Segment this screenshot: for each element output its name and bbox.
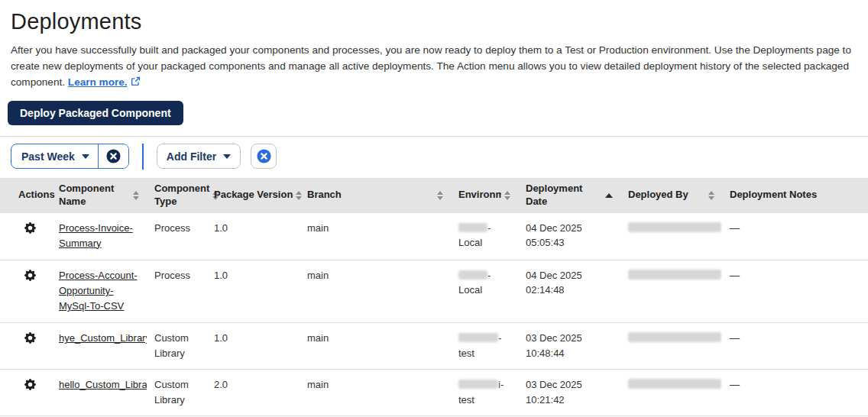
environment-suffix: i-: [498, 379, 504, 390]
table-row: Process-Account-Opportunity-MySql-To-CSV…: [0, 260, 868, 322]
table-header: Actions Component Name Component Type Pa…: [0, 178, 868, 213]
component-type-cell: Custom Library: [147, 323, 206, 370]
chevron-down-icon: [223, 154, 231, 159]
gear-icon: [24, 222, 36, 234]
redacted-environment-name: [458, 333, 498, 342]
sort-icon[interactable]: [504, 191, 510, 200]
deployed-by-cell: [620, 323, 722, 370]
package-version-cell: 1.0: [206, 323, 300, 370]
column-label: Environment: [458, 189, 501, 201]
sort-icon[interactable]: [296, 191, 302, 200]
environment-cell: -Local: [451, 213, 518, 260]
clear-date-filter-button[interactable]: [98, 144, 128, 168]
table-row: Process-Invoice-Summary Process 1.0 main…: [0, 213, 868, 260]
actions-gear-button[interactable]: [24, 222, 36, 234]
environment-suffix: -: [498, 332, 501, 344]
page-title: Deployments: [11, 9, 857, 34]
actions-gear-button[interactable]: [24, 332, 36, 344]
deployment-notes-cell: —: [722, 213, 868, 260]
chevron-down-icon: [82, 154, 89, 159]
column-label: Component Name: [59, 183, 130, 208]
circle-x-icon: [105, 148, 121, 164]
redacted-deployed-by: [628, 332, 721, 342]
column-label: Branch: [307, 189, 342, 201]
environment-line2: test: [458, 346, 510, 361]
deployment-notes-cell: —: [722, 370, 868, 416]
deployment-notes-cell: —: [722, 260, 868, 322]
deploy-packaged-component-button[interactable]: Deploy Packaged Component: [8, 101, 183, 125]
branch-cell: main: [300, 213, 451, 260]
sort-icon[interactable]: [133, 191, 139, 200]
column-label: Package Version: [214, 189, 293, 201]
component-type-cell: Custom Library: [147, 370, 206, 416]
deployment-date-cell: 04 Dec 2025 05:05:43: [518, 213, 620, 260]
actions-gear-button[interactable]: [24, 270, 36, 281]
page-description: After you have successfully built and pa…: [11, 42, 857, 92]
component-name-link[interactable]: hye_Custom_Library: [59, 331, 139, 346]
table-row: hye_Custom_Library Custom Library 1.0 ma…: [0, 323, 868, 370]
filter-divider: [142, 144, 144, 170]
column-header-component-type[interactable]: Component Type: [147, 178, 206, 213]
add-filter-dropdown[interactable]: Add Filter: [157, 144, 241, 169]
column-header-deployment-date[interactable]: Deployment Date: [518, 178, 620, 213]
gear-icon: [24, 270, 36, 281]
redacted-deployed-by: [628, 379, 721, 389]
environment-cell: -test: [451, 323, 518, 370]
redacted-deployed-by: [628, 270, 721, 280]
deployed-by-cell: [620, 213, 722, 260]
gear-icon: [24, 332, 36, 344]
column-label: Component Type: [154, 183, 209, 208]
column-header-package-version[interactable]: Package Version: [206, 178, 300, 213]
date-filter-dropdown[interactable]: Past Week: [11, 144, 98, 168]
column-header-deployment-notes: Deployment Notes: [722, 178, 868, 213]
gear-icon: [24, 379, 36, 390]
filter-bar: Past Week Add Filter: [0, 137, 868, 177]
page-content: Deployments After you have successfully …: [0, 0, 868, 125]
external-link-icon: [131, 75, 141, 91]
redacted-deployed-by: [628, 222, 721, 232]
component-type-cell: Process: [147, 260, 206, 322]
package-version-cell: 1.0: [206, 213, 300, 260]
column-label: Deployment Notes: [730, 189, 817, 201]
column-label: Deployed By: [628, 189, 688, 201]
circle-x-icon: [256, 148, 272, 164]
component-name-link[interactable]: Process-Invoice-Summary: [59, 221, 139, 251]
package-version-cell: 1.0: [206, 260, 300, 322]
column-header-actions: Actions: [0, 178, 51, 213]
add-filter-label: Add Filter: [167, 150, 216, 163]
deployments-table: Actions Component Name Component Type Pa…: [0, 178, 868, 417]
table-row: hello_Custom_Library Custom Library 2.0 …: [0, 370, 868, 416]
package-version-cell: 2.0: [206, 370, 300, 416]
environment-line2: test: [458, 393, 510, 408]
sort-icon[interactable]: [437, 191, 443, 200]
clear-all-filters-button[interactable]: [251, 144, 277, 169]
deployment-date-cell: 04 Dec 2025 02:14:48: [518, 260, 620, 322]
branch-cell: main: [300, 370, 451, 416]
deployment-date-cell: 03 Dec 2025 10:21:42: [518, 370, 620, 416]
component-name-link[interactable]: Process-Account-Opportunity-MySql-To-CSV: [59, 268, 139, 314]
deployment-date-cell: 03 Dec 2025 10:48:44: [518, 323, 620, 370]
environment-cell: -Local: [451, 260, 518, 322]
date-filter-label: Past Week: [21, 150, 75, 163]
date-filter-group: Past Week: [11, 144, 129, 169]
column-label: Deployment Date: [526, 183, 602, 208]
column-header-deployed-by[interactable]: Deployed By: [620, 178, 722, 213]
column-label: Actions: [18, 189, 55, 201]
column-header-environment[interactable]: Environment: [451, 178, 518, 213]
deployed-by-cell: [620, 260, 722, 322]
learn-more-link[interactable]: Learn more.: [68, 76, 128, 88]
branch-cell: main: [300, 323, 451, 370]
redacted-environment-name: [458, 380, 498, 389]
environment-cell: i-test: [451, 370, 518, 416]
component-name-link[interactable]: hello_Custom_Library: [59, 377, 139, 393]
deployed-by-cell: [620, 370, 722, 416]
column-header-branch[interactable]: Branch: [300, 178, 451, 213]
redacted-environment-name: [458, 223, 487, 232]
column-header-component-name[interactable]: Component Name: [51, 178, 147, 213]
actions-gear-button[interactable]: [24, 379, 36, 390]
sort-icon[interactable]: [708, 191, 714, 200]
branch-cell: main: [300, 260, 451, 322]
sort-ascending-icon[interactable]: [605, 193, 613, 198]
redacted-environment-name: [458, 270, 487, 280]
deployment-notes-cell: —: [722, 323, 868, 370]
